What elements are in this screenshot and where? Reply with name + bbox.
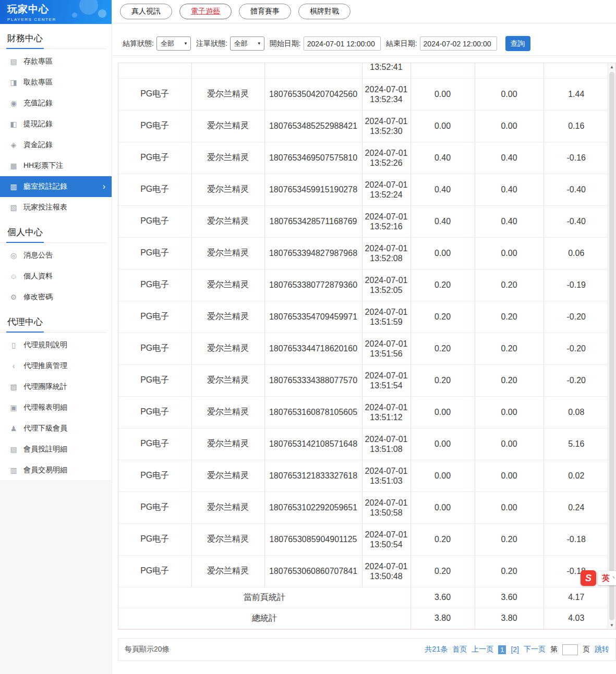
cell-game: 爱尔兰精灵 <box>191 237 264 269</box>
cell-win-loss: -0.16 <box>543 142 608 174</box>
sidebar: 玩家中心 PLAYERS CENTER 財務中心▤存款專區›◨取款專區›◉充值記… <box>0 0 112 674</box>
sidebar-item[interactable]: ‹代理推廣管理› <box>0 356 112 376</box>
sidebar-item[interactable]: ▥廳室投註記錄› <box>0 176 112 197</box>
sidebar-item[interactable]: ☺個人資料› <box>0 266 112 287</box>
table-row: PG电子爱尔兰精灵18076530859049011252024-07-0113… <box>118 523 608 555</box>
sidebar-item[interactable]: ▯代理規則說明› <box>0 335 112 356</box>
jump-link[interactable]: 跳转 <box>595 645 609 654</box>
cell-order-number: 1807653380772879360 <box>264 269 362 301</box>
scrollbar-thumb[interactable] <box>609 72 614 620</box>
cell-time: 2024-07-0113:52:08 <box>362 237 410 269</box>
sidebar-item[interactable]: ♟代理下級會員› <box>0 418 112 439</box>
scrollbar-up-arrow-icon[interactable]: ▲ <box>608 63 615 71</box>
sidebar-item[interactable]: ◎消息公告› <box>0 245 112 266</box>
cell-order-number: 1807653160878105605 <box>264 396 362 428</box>
cell-valid-bet: 0.00 <box>475 460 543 492</box>
cell-bet-amount: 0.00 <box>410 237 475 269</box>
agent-rules-icon: ▯ <box>8 341 19 349</box>
cell-bet-amount: 0.40 <box>410 205 475 237</box>
sidebar-item-label: 會員投註明細 <box>23 445 67 454</box>
sidebar-item[interactable]: ◧提現記錄› <box>0 114 112 134</box>
cell-time-date: 2024-07-01 <box>365 530 408 540</box>
sidebar-item[interactable]: ◨取款專區› <box>0 72 112 93</box>
cell-game: 爱尔兰精灵 <box>191 269 264 301</box>
recharge-record-icon: ◉ <box>8 99 19 107</box>
query-button[interactable]: 查詢 <box>505 36 530 51</box>
sidebar-item-label: 存款專區 <box>23 57 53 66</box>
cell-time-clock: 13:51:03 <box>365 476 408 486</box>
cell-bet-amount: 0.20 <box>410 364 475 396</box>
cell-venue: PG电子 <box>118 428 191 460</box>
table-row: PG电子爱尔兰精灵18076531421085716482024-07-0113… <box>118 428 608 460</box>
summary-win-loss: 4.17 <box>543 587 608 608</box>
translate-widget[interactable]: S 英 丶 <box>581 570 616 586</box>
cell-time: 2024-07-0113:50:54 <box>362 523 410 555</box>
cell-venue: PG电子 <box>118 301 191 333</box>
cell-time-date: 2024-07-01 <box>365 180 408 190</box>
tab-item[interactable]: 體育賽事 <box>239 4 291 19</box>
translate-language-label: 英 丶 <box>598 571 616 585</box>
cell-time: 13:52:41 <box>362 63 410 78</box>
sidebar-item[interactable]: ▣代理報表明細› <box>0 397 112 418</box>
main-content: 真人視訊電子遊藝體育賽事棋牌對戰 結算狀態: 全部 ▼ 注單狀態: 全部 ▼ 開… <box>113 0 616 674</box>
sidebar-item[interactable]: ▨代理團隊統計› <box>0 376 112 397</box>
game-category-tabs: 真人視訊電子遊藝體育賽事棋牌對戰 <box>113 0 616 23</box>
page-2-link[interactable]: [2] <box>511 645 519 654</box>
tab-item[interactable]: 棋牌對戰 <box>298 4 351 19</box>
sidebar-item[interactable]: ▦HH彩票下注› <box>0 155 112 176</box>
cell-game <box>191 63 264 78</box>
sidebar-item[interactable]: ◉充值記錄› <box>0 93 112 114</box>
header-decoration-circle <box>98 9 106 18</box>
cell-game: 爱尔兰精灵 <box>191 555 264 587</box>
player-bet-report-icon: ▧ <box>8 203 19 212</box>
cell-time: 2024-07-0113:52:34 <box>362 78 410 110</box>
cell-win-loss: -0.18 <box>543 523 608 555</box>
start-date-input[interactable] <box>304 36 381 51</box>
cell-game: 爱尔兰精灵 <box>191 523 264 555</box>
table-scrollbar[interactable]: ▲ ▼ <box>608 63 615 629</box>
summary-valid-bet: 3.80 <box>475 608 543 629</box>
cell-time-date: 2024-07-01 <box>365 307 408 317</box>
sidebar-item-label: 取款專區 <box>23 78 53 87</box>
cell-valid-bet: 0.20 <box>475 301 543 333</box>
settle-status-label: 結算狀態: <box>123 39 154 48</box>
cell-game: 爱尔兰精灵 <box>191 205 264 237</box>
order-status-select[interactable]: 全部 ▼ <box>230 36 264 51</box>
sidebar-item[interactable]: ▤存款專區› <box>0 51 112 72</box>
end-date-input[interactable] <box>420 36 497 51</box>
scrollbar-down-arrow-icon[interactable]: ▼ <box>608 621 615 629</box>
tab-item[interactable]: 真人視訊 <box>120 4 172 19</box>
next-page-link[interactable]: 下一页 <box>524 645 546 654</box>
cell-win-loss: 5.16 <box>543 428 608 460</box>
chevron-down-icon: ▼ <box>257 41 261 46</box>
cell-valid-bet: 0.20 <box>475 269 543 301</box>
tab-active[interactable]: 電子遊藝 <box>179 4 232 19</box>
current-page-indicator[interactable]: 1 <box>498 645 506 654</box>
first-page-link[interactable]: 首页 <box>452 645 467 654</box>
sidebar-item[interactable]: ⚙修改密碼› <box>0 287 112 308</box>
sidebar-item[interactable]: ◈資金記錄› <box>0 134 112 155</box>
table-row: PG电子爱尔兰精灵18076534599151902782024-07-0113… <box>118 174 608 205</box>
cell-time-date: 2024-07-01 <box>365 498 408 508</box>
sidebar-item[interactable]: ▤會員投註明細› <box>0 439 112 460</box>
jump-page-input[interactable] <box>562 644 578 655</box>
cell-time-clock: 13:52:16 <box>365 222 408 231</box>
cell-time: 2024-07-0113:52:05 <box>362 269 410 301</box>
sidebar-item[interactable]: ▧玩家投注報表› <box>0 197 112 218</box>
cell-time-date: 2024-07-01 <box>365 339 408 349</box>
prev-page-link[interactable]: 上一页 <box>472 645 493 654</box>
table-scroll-area[interactable]: 13:52:41PG电子爱尔兰精灵18076535042070425602024… <box>118 63 608 629</box>
table-row: PG电子爱尔兰精灵18076533447186201602024-07-0113… <box>118 333 608 364</box>
cell-valid-bet: 0.20 <box>475 333 543 364</box>
settle-status-select[interactable]: 全部 ▼ <box>156 36 191 51</box>
sidebar-section-header: 個人中心 <box>0 223 106 243</box>
cell-time-clock: 13:50:54 <box>365 540 408 549</box>
sidebar-item-label: 會員交易明細 <box>23 465 67 475</box>
cell-order-number: 1807653394827987968 <box>264 237 362 269</box>
cell-valid-bet: 0.00 <box>475 78 543 110</box>
cell-valid-bet: 0.00 <box>475 492 543 523</box>
table-row: PG电子爱尔兰精灵18076535042070425602024-07-0113… <box>118 78 608 110</box>
total-count-label: 共21条 <box>425 645 448 654</box>
sidebar-item[interactable]: ▥會員交易明細› <box>0 460 112 481</box>
sidebar-section-title: 個人中心 <box>6 223 44 243</box>
